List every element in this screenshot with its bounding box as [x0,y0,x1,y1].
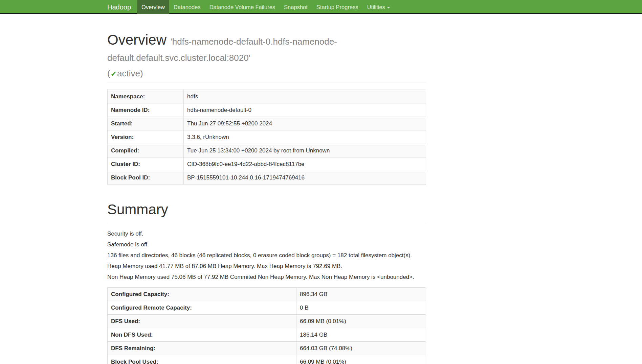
overview-table-body: Namespace:hdfsNamenode ID:hdfs-namenode-… [108,90,426,185]
nav-item-overview[interactable]: Overview [137,0,169,14]
table-row: Namenode ID:hdfs-namenode-default-0 [108,103,426,117]
nav-menu: OverviewDatanodesDatanode Volume Failure… [137,0,395,14]
row-value: BP-1515559101-10.244.0.16-1719474769416 [184,171,426,185]
row-value: 186.14 GB [296,328,426,341]
nav-link[interactable]: Snapshot [280,0,312,14]
summary-stats-table: Configured Capacity:896.34 GBConfigured … [107,287,426,364]
table-row: Block Pool ID:BP-1515559101-10.244.0.16-… [108,171,426,185]
top-navbar: Hadoop OverviewDatanodesDatanode Volume … [0,0,642,14]
nav-item-utilities[interactable]: Utilities [363,0,395,14]
summary-paragraph: Non Heap Memory used 75.06 MB of 77.92 M… [107,273,426,281]
row-value: Thu Jun 27 09:52:55 +0200 2024 [184,117,426,130]
overview-title-text: Overview [107,32,167,48]
nav-link[interactable]: Overview [137,0,169,14]
summary-paragraphs: Security is off.Safemode is off.136 file… [107,230,426,281]
row-label: Version: [108,130,184,144]
summary-paragraph: Security is off. [107,230,426,237]
row-value: Tue Jun 25 13:34:00 +0200 2024 by root f… [184,144,426,157]
row-label: Configured Remote Capacity: [108,301,296,314]
table-row: Block Pool Used:66.09 MB (0.01%) [108,355,426,364]
summary-paragraph: Heap Memory used 41.77 MB of 87.06 MB He… [107,263,426,270]
summary-paragraph: Safemode is off. [107,241,426,248]
overview-page-header: Overview 'hdfs-namenode-default-0.hdfs-n… [107,32,426,82]
nav-item-snapshot[interactable]: Snapshot [280,0,312,14]
table-row: DFS Remaining:664.03 GB (74.08%) [108,341,426,355]
row-value: 3.3.6, rUnknown [184,130,426,144]
nav-item-startup-progress[interactable]: Startup Progress [312,0,363,14]
table-row: Namespace:hdfs [108,90,426,103]
overview-info-table: Namespace:hdfsNamenode ID:hdfs-namenode-… [107,90,426,185]
table-row: Configured Capacity:896.34 GB [108,287,426,301]
row-value: hdfs [184,90,426,103]
row-label: Block Pool ID: [108,171,184,185]
nav-item-datanodes[interactable]: Datanodes [169,0,205,14]
row-label: DFS Remaining: [108,341,296,355]
row-value: 66.09 MB (0.01%) [296,355,426,364]
row-label: DFS Used: [108,314,296,328]
status-open-paren: ( [107,68,110,78]
summary-page-header: Summary [107,201,426,222]
summary-title: Summary [107,201,426,218]
table-row: Configured Remote Capacity:0 B [108,301,426,314]
nav-link[interactable]: Datanode Volume Failures [205,0,280,14]
hadoop-brand[interactable]: Hadoop [107,0,137,14]
row-value: 896.34 GB [296,287,426,301]
stats-table-body: Configured Capacity:896.34 GBConfigured … [108,287,426,364]
table-row: Started:Thu Jun 27 09:52:55 +0200 2024 [108,117,426,130]
status-label: active) [117,68,143,78]
main-container: Overview 'hdfs-namenode-default-0.hdfs-n… [102,32,431,364]
row-label: Started: [108,117,184,130]
row-label: Compiled: [108,144,184,157]
table-row: Version:3.3.6, rUnknown [108,130,426,144]
page-title: Overview 'hdfs-namenode-default-0.hdfs-n… [107,32,426,78]
row-label: Namenode ID: [108,103,184,117]
row-value: CID-368b9fc0-ee19-4d22-abbd-84fcec8117be [184,157,426,171]
nav-link[interactable]: Startup Progress [312,0,363,14]
table-row: Cluster ID:CID-368b9fc0-ee19-4d22-abbd-8… [108,157,426,171]
table-row: DFS Used:66.09 MB (0.01%) [108,314,426,328]
row-label: Non DFS Used: [108,328,296,341]
table-row: Compiled:Tue Jun 25 13:34:00 +0200 2024 … [108,144,426,157]
summary-paragraph: 136 files and directories, 46 blocks (46… [107,252,426,259]
chevron-down-icon [387,7,390,8]
row-label: Configured Capacity: [108,287,296,301]
row-label: Block Pool Used: [108,355,296,364]
nav-link[interactable]: Utilities [363,0,395,14]
table-row: Non DFS Used:186.14 GB [108,328,426,341]
row-label: Cluster ID: [108,157,184,171]
row-value: 66.09 MB (0.01%) [296,314,426,328]
navbar-inner: Hadoop OverviewDatanodesDatanode Volume … [102,0,642,14]
nav-item-datanode-volume-failures[interactable]: Datanode Volume Failures [205,0,280,14]
row-label: Namespace: [108,90,184,103]
stats-table-wrap: Configured Capacity:896.34 GBConfigured … [107,287,426,364]
nav-link[interactable]: Datanodes [169,0,205,14]
check-icon: ✔ [110,70,117,78]
row-value: 0 B [296,301,426,314]
namenode-status: (✔active) [107,69,426,79]
row-value: hdfs-namenode-default-0 [184,103,426,117]
row-value: 664.03 GB (74.08%) [296,341,426,355]
